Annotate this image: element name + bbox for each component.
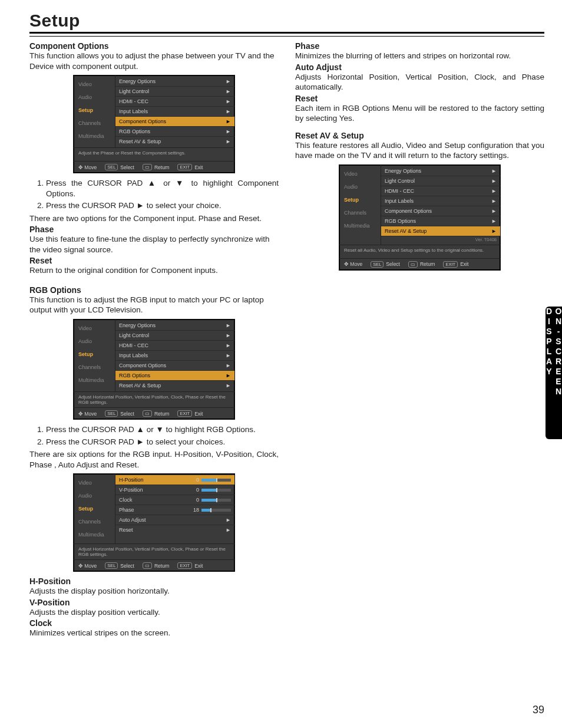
text-phase-r: Minimizes the blurring of letters and st… (295, 51, 544, 61)
heading-phase: Phase (29, 225, 279, 234)
component-steps: Press the CURSOR PAD ▲ or ▼ to highlight… (29, 178, 279, 211)
heading-auto-adjust: Auto Adjust (295, 62, 544, 72)
title-rule (29, 32, 544, 37)
text-phase: Use this feature to fine-tune the displa… (29, 234, 279, 255)
osd-rgb-detail: VideoAudioSetupChannelsMultimediaH-Posit… (73, 473, 235, 572)
heading-component-options: Component Options (29, 41, 279, 51)
osd-component-options: VideoAudioSetupChannelsMultimediaEnergy … (73, 75, 235, 173)
heading-reset: Reset (29, 256, 279, 265)
heading-hposition: H-Position (29, 577, 279, 586)
heading-phase-r: Phase (295, 41, 544, 51)
text-vposition: Adjusts the display position vertically. (29, 607, 279, 618)
section-tab-label: ON-SCREEN DISPLAY (544, 307, 562, 439)
heading-reset-r: Reset (295, 94, 544, 103)
osd-reset-av: VideoAudioSetupChannelsMultimediaEnergy … (339, 164, 501, 271)
left-column: Component Options This function allows y… (29, 40, 279, 638)
page-title: Setup (29, 11, 544, 31)
text-reset-r: Each item in RGB Options Menu will be re… (295, 103, 544, 124)
text-rgb-options: This function is to adjust the RGB input… (29, 295, 279, 315)
text-hposition: Adjusts the display position horizontall… (29, 586, 279, 597)
text-reset-av: This feature restores all Audio, Video a… (295, 140, 544, 161)
heading-rgb-options: RGB Options (29, 285, 279, 295)
page-number: 39 (533, 704, 544, 716)
text-component-note: There are two options for the Component … (29, 213, 279, 224)
step: Press the CURSOR PAD ► to select your ch… (46, 200, 279, 211)
heading-reset-av: Reset AV & Setup (295, 131, 544, 140)
step: Press the CURSOR PAD ▲ or ▼ to highlight… (46, 424, 279, 435)
text-reset: Return to the original condition for Com… (29, 265, 279, 276)
step: Press the CURSOR PAD ► to select your ch… (46, 437, 279, 447)
text-auto-adjust: Adjusts Horizontal Position, Vertical Po… (295, 72, 544, 93)
heading-clock: Clock (29, 618, 279, 628)
heading-vposition: V-Position (29, 598, 279, 607)
step: Press the CURSOR PAD ▲ or ▼ to highlight… (46, 178, 279, 199)
text-clock: Minimizes vertical stripes on the screen… (29, 628, 279, 638)
text-rgb-note: There are six options for the RGB input.… (29, 449, 279, 470)
rgb-steps: Press the CURSOR PAD ▲ or ▼ to highlight… (29, 424, 279, 447)
text-component-options: This function allows you to adjust the p… (29, 51, 279, 71)
section-tab: ON-SCREEN DISPLAY (546, 307, 562, 439)
right-column: Phase Minimizes the blurring of letters … (295, 40, 544, 638)
osd-rgb-options: VideoAudioSetupChannelsMultimediaEnergy … (73, 319, 235, 420)
